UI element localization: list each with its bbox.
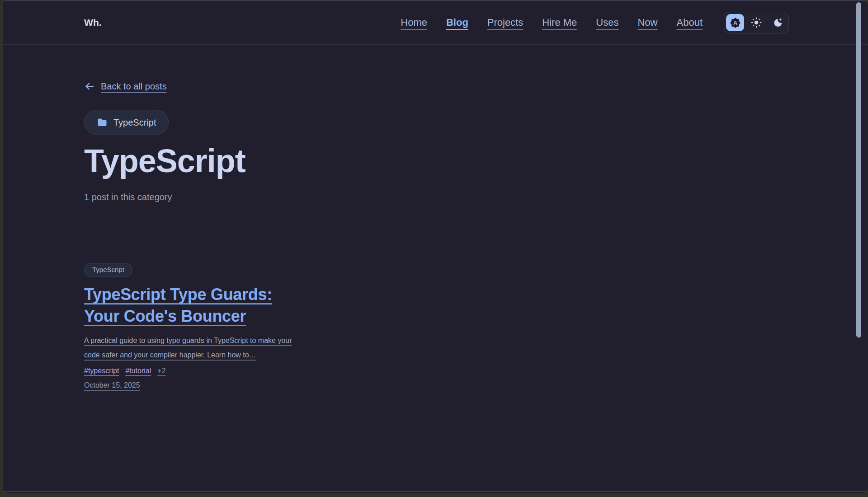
theme-auto-button[interactable]: A — [726, 14, 744, 31]
vertical-scrollbar[interactable] — [856, 2, 861, 338]
nav-link-hire-me[interactable]: Hire Me — [542, 17, 577, 28]
nav-link-blog[interactable]: Blog — [446, 17, 468, 28]
page-title: TypeScript — [84, 142, 868, 179]
category-badge-label: TypeScript — [113, 117, 156, 128]
back-to-posts-link[interactable]: Back to all posts — [84, 81, 167, 92]
post-date[interactable]: October 15, 2025 — [84, 381, 140, 389]
tag-typescript[interactable]: #typescript — [84, 367, 119, 375]
auto-theme-badge-icon: A — [730, 17, 741, 28]
folder-icon — [97, 117, 108, 128]
post-count-text: 1 post in this category — [84, 192, 868, 202]
sun-icon — [751, 17, 762, 28]
nav-link-uses[interactable]: Uses — [596, 17, 618, 28]
post-tags-row: #typescript #tutorial +2 — [84, 367, 299, 375]
window-bottom-divider — [3, 491, 868, 492]
main-nav: Home Blog Projects Hire Me Uses Now Abou… — [401, 17, 703, 28]
browser-viewport: Wh. Home Blog Projects Hire Me Uses Now … — [3, 0, 868, 493]
arrow-left-icon — [84, 81, 95, 92]
header-right: Home Blog Projects Hire Me Uses Now Abou… — [401, 12, 789, 33]
category-badge: TypeScript — [84, 110, 169, 135]
theme-toggle-group: A — [724, 12, 789, 33]
back-link-label: Back to all posts — [101, 81, 167, 92]
main-content: Back to all posts TypeScript TypeScript … — [3, 45, 868, 389]
tag-tutorial[interactable]: #tutorial — [125, 367, 151, 375]
moon-star-icon — [772, 17, 783, 28]
nav-link-now[interactable]: Now — [637, 17, 657, 28]
post-excerpt[interactable]: A practical guide to using type guards i… — [84, 333, 299, 362]
post-category-pill[interactable]: TypeScript — [84, 263, 132, 277]
nav-link-home[interactable]: Home — [401, 17, 427, 28]
svg-text:A: A — [733, 20, 737, 26]
theme-dark-button[interactable] — [769, 14, 787, 31]
site-logo[interactable]: Wh. — [84, 17, 102, 28]
site-header: Wh. Home Blog Projects Hire Me Uses Now … — [3, 1, 868, 45]
more-tags-link[interactable]: +2 — [157, 367, 165, 375]
post-title-link[interactable]: TypeScript Type Guards: Your Code's Boun… — [84, 284, 299, 327]
nav-link-about[interactable]: About — [677, 17, 703, 28]
post-card: TypeScript TypeScript Type Guards: Your … — [84, 263, 299, 389]
nav-link-projects[interactable]: Projects — [487, 17, 523, 28]
theme-light-button[interactable] — [747, 14, 765, 31]
